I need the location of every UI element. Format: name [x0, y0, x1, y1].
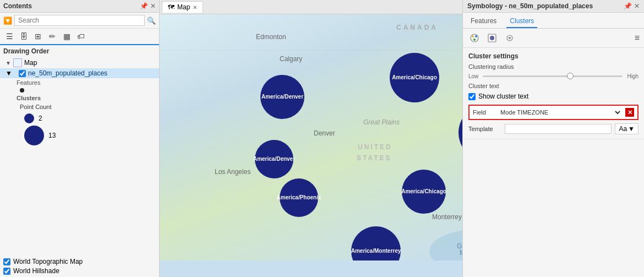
point-count-label: Point Count: [0, 102, 159, 111]
map-label: Map: [24, 59, 37, 67]
field-label: Field: [473, 109, 495, 116]
svg-point-28: [509, 37, 511, 39]
bubble-value-small: 2: [39, 115, 42, 122]
cluster-settings-title: Cluster settings: [468, 52, 638, 60]
cluster-bubble-small: [24, 113, 34, 123]
map-icon: [13, 58, 22, 67]
contents-toolbar: ☰ 🗄 ⊞ ✏ ▦ 🏷: [0, 29, 159, 45]
bubble-value-large: 13: [48, 132, 56, 139]
template-row: Template Aa ▼: [468, 123, 638, 134]
world-topo-row: World Topographic Map: [3, 258, 156, 265]
radius-slider-row: Low High: [468, 73, 638, 79]
svg-text:CANADA: CANADA: [396, 24, 438, 31]
tag-icon[interactable]: 🏷: [75, 30, 87, 42]
show-cluster-text-label: Show cluster text: [468, 93, 528, 100]
contents-header: Contents 📌 ✕: [0, 0, 159, 13]
high-label: High: [627, 73, 638, 79]
symbology-header-controls: 📌 ✕: [624, 2, 640, 10]
tree-expand-icon: ▼: [6, 60, 11, 66]
list-icon[interactable]: ☰: [3, 30, 15, 42]
cluster-bubbles: 2 13: [0, 111, 159, 148]
map-tab-label: Map: [177, 3, 190, 11]
table-icon[interactable]: ▦: [61, 30, 73, 42]
map-background: Lake Superior Gulf of Mexico CANADA UNIT…: [160, 14, 462, 260]
settings-toolbar-icon[interactable]: [503, 31, 517, 45]
svg-text:Great Plains: Great Plains: [363, 118, 400, 126]
map-tree-item[interactable]: ▼ Map: [0, 57, 159, 68]
feature-dot: [20, 88, 24, 93]
cluster-america-denver-2[interactable]: America/Denver: [255, 140, 293, 178]
world-hillshade-checkbox[interactable]: [3, 268, 10, 275]
symbology-tabs: Features Clusters: [463, 13, 644, 29]
map-icon-small: 🗺: [168, 3, 174, 11]
layer-tree-item[interactable]: ▼ ne_50m_populated_places: [0, 68, 159, 78]
svg-point-23: [475, 35, 477, 37]
tab-close-icon[interactable]: ✕: [193, 4, 197, 10]
palette-toolbar-icon[interactable]: [467, 31, 482, 45]
cluster-toolbar-icon[interactable]: [485, 31, 499, 45]
cluster-america-phoenix[interactable]: America/Phoenix: [280, 178, 318, 217]
cluster-settings-section: Cluster settings Clustering radius Low H…: [463, 48, 644, 139]
features-label: Features: [0, 78, 159, 87]
world-topo-checkbox[interactable]: [3, 258, 10, 265]
svg-text:Mexico: Mexico: [460, 249, 462, 257]
template-aa-button[interactable]: Aa ▼: [615, 123, 638, 134]
tab-features[interactable]: Features: [467, 15, 500, 28]
field-select[interactable]: Mode TIMEZONE: [498, 108, 622, 116]
field-clear-button[interactable]: ✕: [625, 108, 634, 117]
symbology-panel: Symbology - ne_50m_populated_places 📌 ✕ …: [462, 0, 644, 277]
layer-name: ne_50m_populated_places: [28, 69, 107, 77]
sym-pin-icon[interactable]: 📌: [624, 2, 632, 10]
cluster-america-chicago-3[interactable]: America/Chicago: [402, 170, 446, 214]
layer-visibility-checkbox[interactable]: [19, 70, 26, 77]
svg-point-22: [472, 35, 474, 37]
base-layers: World Topographic Map World Hillshade: [0, 256, 159, 277]
show-cluster-text-checkbox[interactable]: [468, 93, 476, 100]
symbology-header: Symbology - ne_50m_populated_places 📌 ✕: [463, 0, 644, 13]
pencil-icon[interactable]: ✏: [46, 30, 58, 42]
contents-panel: Contents 📌 ✕ 🔽 🔍 ☰ 🗄 ⊞ ✏ ▦ 🏷 Drawing Ord…: [0, 0, 160, 277]
map-tab[interactable]: 🗺 Map ✕: [162, 1, 203, 13]
database-icon[interactable]: 🗄: [18, 30, 30, 42]
map-panel: 🗺 Map ✕ Lake Superior Gulf of Mexico CAN…: [160, 0, 462, 277]
bubble-row-small: 2: [24, 113, 156, 123]
sym-close-icon[interactable]: ✕: [634, 2, 640, 10]
bubble-row-large: 13: [24, 126, 156, 145]
map-tab-bar: 🗺 Map ✕: [160, 0, 462, 14]
cluster-text-label: Cluster text: [468, 83, 512, 89]
clusters-label: Clusters: [0, 94, 159, 102]
search-input[interactable]: [14, 15, 145, 26]
sym-hamburger-icon[interactable]: ≡: [635, 33, 640, 43]
drawing-order-label: Drawing Order: [0, 45, 159, 57]
template-label: Template: [468, 126, 501, 132]
cluster-america-denver-1[interactable]: America/Denver: [260, 75, 304, 119]
cluster-america-chicago-1[interactable]: America/Chicago: [390, 53, 439, 102]
svg-point-26: [490, 36, 494, 40]
world-topo-label: World Topographic Map: [13, 258, 83, 265]
search-magnify-icon[interactable]: 🔍: [147, 17, 156, 25]
map-container[interactable]: Lake Superior Gulf of Mexico CANADA UNIT…: [160, 14, 462, 277]
contents-controls: 📌 ✕: [140, 2, 156, 10]
svg-text:Los Angeles: Los Angeles: [215, 168, 250, 176]
svg-text:Monterrey: Monterrey: [432, 213, 462, 221]
symbology-title: Symbology - ne_50m_populated_places: [467, 2, 593, 10]
world-hillshade-label: World Hillshade: [13, 267, 59, 275]
clustering-radius-label: Clustering radius: [468, 63, 514, 70]
contents-title: Contents: [3, 2, 32, 10]
svg-text:Denver: Denver: [314, 129, 335, 137]
world-hillshade-row: World Hillshade: [3, 267, 156, 275]
field-row: Field Mode TIMEZONE ✕: [468, 105, 638, 120]
svg-point-24: [473, 39, 476, 41]
svg-text:Edmonton: Edmonton: [256, 33, 286, 41]
show-cluster-text-row: Show cluster text: [468, 93, 638, 105]
radius-slider[interactable]: [483, 75, 623, 77]
close-icon[interactable]: ✕: [150, 2, 156, 10]
tab-clusters[interactable]: Clusters: [506, 15, 537, 28]
pin-icon[interactable]: 📌: [140, 2, 148, 10]
filter-icon[interactable]: 🔽: [3, 17, 12, 25]
search-row: 🔽 🔍: [0, 13, 159, 29]
grid-icon[interactable]: ⊞: [32, 30, 44, 42]
template-input[interactable]: [505, 124, 612, 134]
slider-thumb[interactable]: [567, 73, 574, 79]
svg-text:STATES: STATES: [357, 154, 392, 162]
